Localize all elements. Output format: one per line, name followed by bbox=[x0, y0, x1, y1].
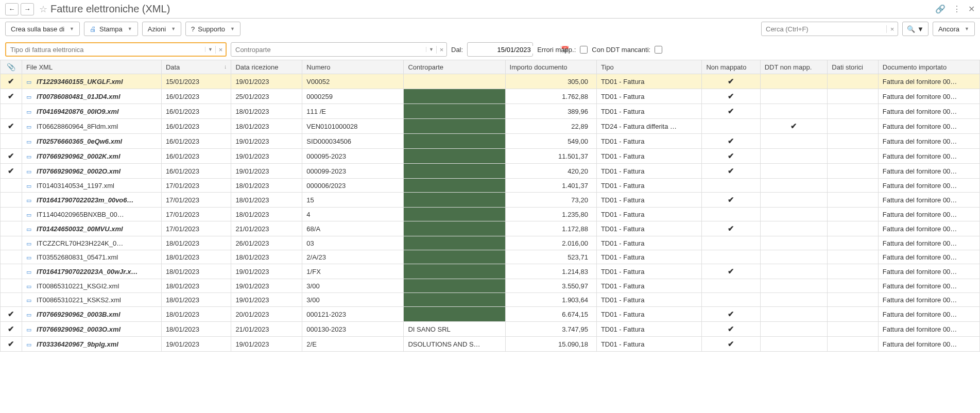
cell-datistorici bbox=[828, 164, 879, 179]
table-row[interactable]: ▭IT01424650032_00MVU.xml17/01/202321/01/… bbox=[1, 221, 980, 236]
cell-file[interactable]: ▭IT00865310221_KSGI2.xml bbox=[22, 279, 161, 293]
column-numero[interactable]: Numero bbox=[302, 60, 404, 74]
xml-file-icon: ▭ bbox=[26, 269, 33, 276]
cell-file[interactable]: ▭IT01424650032_00MVU.xml bbox=[22, 221, 161, 236]
cell-file[interactable]: ▭IT07669290962_0002K.xml bbox=[22, 149, 161, 164]
cell-ddt bbox=[760, 322, 828, 337]
column-data[interactable]: Data↓ bbox=[161, 60, 231, 74]
star-icon[interactable]: ☆ bbox=[39, 4, 47, 15]
row-check-cell bbox=[1, 104, 22, 119]
cell-file[interactable]: ▭IT12293460155_UKGLF.xml bbox=[22, 74, 161, 89]
cell-numero: 68/A bbox=[302, 221, 404, 236]
cell-nonmapp: ✔ bbox=[702, 193, 760, 208]
cell-file[interactable]: ▭IT04169420876_00IO9.xml bbox=[22, 104, 161, 119]
cell-file[interactable]: ▭IT00865310221_KSKS2.xml bbox=[22, 293, 161, 307]
column-datistorici[interactable]: Dati storici bbox=[828, 60, 879, 74]
support-button[interactable]: ? Supporto ▼ bbox=[185, 22, 240, 36]
forward-button[interactable]: → bbox=[21, 3, 34, 15]
cell-file[interactable]: ▭IT03552680831_05471.xml bbox=[22, 250, 161, 264]
cell-controparte bbox=[404, 208, 505, 221]
file-name: IT06628860964_8Fldm.xml bbox=[37, 123, 118, 130]
cell-file[interactable]: ▭IT00786080481_01JD4.xml bbox=[22, 89, 161, 104]
clear-icon[interactable]: × bbox=[886, 25, 898, 33]
cell-file[interactable]: ▭IT11404020965BNXBB_00… bbox=[22, 208, 161, 221]
cell-ricezione: 25/01/2023 bbox=[231, 89, 302, 104]
table-row[interactable]: ✔▭IT06628860964_8Fldm.xml16/01/202318/01… bbox=[1, 119, 980, 134]
check-icon: ✔ bbox=[728, 77, 734, 85]
mapping-errors-checkbox[interactable] bbox=[580, 46, 588, 54]
column-nonmapp[interactable]: Non mappato bbox=[702, 60, 760, 74]
search-box[interactable]: × bbox=[761, 22, 898, 36]
table-row[interactable]: ▭ITCZZCRL70H23H224K_0…18/01/202326/01/20… bbox=[1, 236, 980, 250]
back-button[interactable]: ← bbox=[5, 3, 19, 15]
table-row[interactable]: ▭IT01403140534_1197.xml17/01/202318/01/2… bbox=[1, 179, 980, 193]
table-row[interactable]: ✔▭IT12293460155_UKGLF.xml15/01/202319/01… bbox=[1, 74, 980, 89]
table-row[interactable]: ▭IT11404020965BNXBB_00…17/01/202318/01/2… bbox=[1, 208, 980, 221]
more-button[interactable]: Ancora ▼ bbox=[933, 22, 975, 36]
check-icon: ✔ bbox=[728, 267, 734, 276]
cell-file[interactable]: ▭IT03336420967_9bpIg.xml bbox=[22, 337, 161, 352]
cell-file[interactable]: ▭IT07669290962_0003O.xml bbox=[22, 322, 161, 337]
cell-nonmapp bbox=[702, 236, 760, 250]
table-row[interactable]: ✔▭IT07669290962_0003B.xml18/01/202320/01… bbox=[1, 307, 980, 322]
column-ddtnonmapp[interactable]: DDT non mapp. bbox=[760, 60, 828, 74]
missing-ddt-checkbox[interactable] bbox=[655, 46, 662, 54]
actions-button[interactable]: Azioni ▼ bbox=[142, 22, 181, 36]
from-date-field[interactable]: 📅 bbox=[467, 42, 533, 57]
cell-numero: 1/FX bbox=[302, 264, 404, 279]
cell-tipo: TD01 - Fattura bbox=[596, 264, 701, 279]
cell-file[interactable]: ▭IT016417907022023m_00vo6… bbox=[22, 193, 161, 208]
table-row[interactable]: ✔▭IT07669290962_0002O.xml16/01/202319/01… bbox=[1, 164, 980, 179]
table-row[interactable]: ▭IT02576660365_0eQw6.xml16/01/202319/01/… bbox=[1, 134, 980, 149]
chevron-down-icon[interactable]: ▼ bbox=[205, 47, 215, 52]
table-row[interactable]: ▭IT016417907022023m_00vo6…17/01/202318/0… bbox=[1, 193, 980, 208]
cell-file[interactable]: ▭IT07669290962_0002O.xml bbox=[22, 164, 161, 179]
link-icon[interactable]: 🔗 bbox=[935, 4, 945, 14]
cell-tipo: TD01 - Fattura bbox=[596, 208, 701, 221]
cell-ddt bbox=[760, 89, 828, 104]
invoice-type-input[interactable] bbox=[6, 46, 205, 54]
search-input[interactable] bbox=[762, 25, 886, 33]
invoice-type-filter[interactable]: ▼ × bbox=[5, 42, 227, 57]
table-row[interactable]: ▭IT00865310221_KSKS2.xml18/01/202319/01/… bbox=[1, 293, 980, 307]
cell-datistorici bbox=[828, 193, 879, 208]
column-file[interactable]: File XML bbox=[22, 60, 161, 74]
mapping-errors-label: Errori mapp.: bbox=[537, 46, 576, 54]
table-row[interactable]: ✔▭IT07669290962_0002K.xml16/01/202319/01… bbox=[1, 149, 980, 164]
print-button[interactable]: 🖨 Stampa ▼ bbox=[84, 22, 138, 36]
table-row[interactable]: ▭IT04169420876_00IO9.xml16/01/202318/01/… bbox=[1, 104, 980, 119]
cell-tipo: TD01 - Fattura bbox=[596, 250, 701, 264]
column-importo[interactable]: Importo documento bbox=[505, 60, 596, 74]
column-docimport[interactable]: Documento importato bbox=[878, 60, 979, 74]
chevron-down-icon[interactable]: ▼ bbox=[426, 47, 436, 52]
kebab-icon[interactable]: ⋮ bbox=[953, 4, 961, 14]
table-row[interactable]: ▭IT016417907022023A_00wJr.x…18/01/202319… bbox=[1, 264, 980, 279]
cell-file[interactable]: ▭IT02576660365_0eQw6.xml bbox=[22, 134, 161, 149]
counterparty-input[interactable] bbox=[231, 46, 426, 54]
row-check-cell bbox=[1, 221, 22, 236]
column-tipo[interactable]: Tipo bbox=[596, 60, 701, 74]
cell-datistorici bbox=[828, 221, 879, 236]
data-grid[interactable]: 📎 File XML Data↓ Data ricezione Numero C… bbox=[0, 60, 980, 413]
cell-ricezione: 19/01/2023 bbox=[231, 293, 302, 307]
cell-file[interactable]: ▭IT016417907022023A_00wJr.x… bbox=[22, 264, 161, 279]
clear-icon[interactable]: × bbox=[436, 46, 446, 54]
table-row[interactable]: ▭IT00865310221_KSGI2.xml18/01/202319/01/… bbox=[1, 279, 980, 293]
table-row[interactable]: ✔▭IT03336420967_9bpIg.xml19/01/202319/01… bbox=[1, 337, 980, 352]
column-attachments[interactable]: 📎 bbox=[1, 60, 22, 74]
cell-file[interactable]: ▭IT07669290962_0003B.xml bbox=[22, 307, 161, 322]
cell-file[interactable]: ▭ITCZZCRL70H23H224K_0… bbox=[22, 236, 161, 250]
create-based-on-button[interactable]: Crea sulla base di ▼ bbox=[5, 22, 80, 36]
counterparty-filter[interactable]: ▼ × bbox=[231, 42, 447, 57]
cell-file[interactable]: ▭IT01403140534_1197.xml bbox=[22, 179, 161, 193]
table-row[interactable]: ✔▭IT00786080481_01JD4.xml16/01/202325/01… bbox=[1, 89, 980, 104]
table-row[interactable]: ✔▭IT07669290962_0003O.xml18/01/202321/01… bbox=[1, 322, 980, 337]
cell-numero: V00052 bbox=[302, 74, 404, 89]
clear-icon[interactable]: × bbox=[215, 46, 226, 54]
column-controparte[interactable]: Controparte bbox=[404, 60, 505, 74]
cell-file[interactable]: ▭IT06628860964_8Fldm.xml bbox=[22, 119, 161, 134]
close-icon[interactable]: ✕ bbox=[968, 4, 975, 14]
search-action-button[interactable]: 🔍 ▼ bbox=[902, 22, 929, 36]
table-row[interactable]: ▭IT03552680831_05471.xml18/01/202318/01/… bbox=[1, 250, 980, 264]
column-ricezione[interactable]: Data ricezione bbox=[231, 60, 302, 74]
